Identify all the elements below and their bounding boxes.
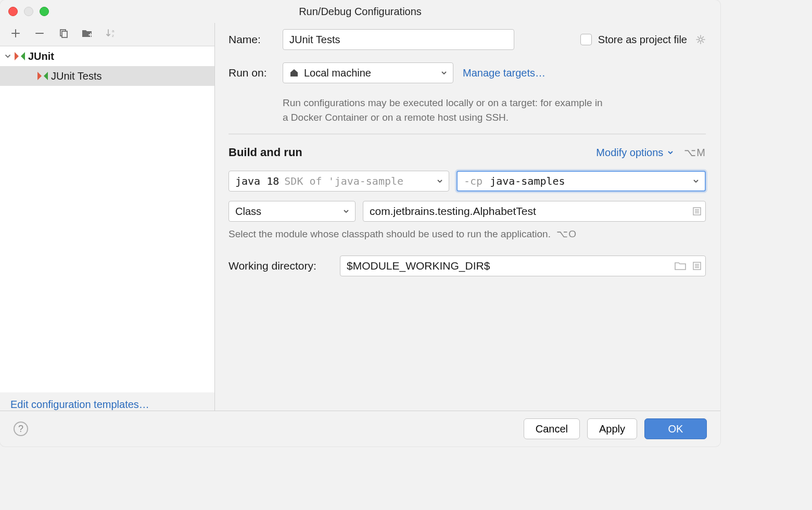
config-tree: JUnit JUnit Tests (0, 46, 214, 392)
manage-targets-link[interactable]: Manage targets… (463, 67, 545, 79)
tree-node-junit-tests[interactable]: JUnit Tests (0, 66, 214, 86)
build-run-section-title: Build and run (229, 146, 302, 159)
test-kind-dropdown[interactable]: Class (229, 201, 356, 222)
store-as-project-file-checkbox[interactable] (580, 34, 592, 45)
class-input[interactable] (363, 201, 706, 222)
jre-dropdown[interactable]: java 18 SDK of 'java-sample (229, 171, 449, 192)
ok-button[interactable]: OK (644, 418, 707, 439)
chevron-down-icon (692, 177, 700, 185)
sidebar-toolbar: az (0, 23, 214, 46)
run-on-value: Local machine (304, 67, 371, 79)
gear-icon[interactable] (695, 34, 706, 45)
jre-value: java 18 (235, 175, 279, 187)
cancel-button[interactable]: Cancel (524, 418, 580, 439)
name-label: Name: (229, 33, 283, 46)
sidebar: az JUnit JUnit Tests Edit configuration … (0, 23, 215, 411)
modify-options-shortcut: ⌥M (684, 146, 706, 159)
sort-az-button[interactable]: az (105, 27, 118, 40)
module-hint: Select the module whose classpath should… (229, 228, 706, 240)
chevron-down-icon (4, 53, 11, 59)
expand-field-icon[interactable] (692, 207, 702, 216)
apply-button[interactable]: Apply (587, 418, 637, 439)
section-divider (229, 134, 706, 134)
remove-config-button[interactable] (33, 27, 46, 40)
tree-node-label: JUnit Tests (51, 70, 102, 82)
module-hint-shortcut: ⌥O (556, 228, 577, 239)
expand-field-icon[interactable] (692, 261, 702, 271)
chevron-down-icon (342, 208, 350, 215)
chevron-down-icon (667, 149, 674, 156)
modify-options-link[interactable]: Modify options ⌥M (596, 146, 706, 159)
svg-text:z: z (112, 33, 114, 38)
add-config-button[interactable] (9, 27, 22, 40)
main-panel: Name: Store as project file Run on: Loca (215, 23, 720, 411)
run-on-label: Run on: (229, 67, 283, 79)
classpath-prefix: -cp (464, 175, 483, 187)
junit-icon (15, 52, 25, 61)
home-icon (289, 68, 299, 78)
titlebar: Run/Debug Configurations (0, 0, 720, 23)
jre-suffix: SDK of 'java-sample (284, 175, 403, 187)
working-directory-label: Working directory: (229, 260, 340, 272)
dialog-footer: ? Cancel Apply OK (0, 411, 720, 447)
save-config-template-button[interactable] (81, 27, 94, 40)
copy-config-button[interactable] (57, 27, 70, 40)
classpath-value: java-samples (490, 175, 565, 187)
chevron-down-icon (440, 69, 448, 76)
browse-folder-icon[interactable] (675, 261, 686, 271)
classpath-dropdown[interactable]: -cp java-samples (456, 171, 706, 192)
chevron-down-icon (436, 177, 443, 185)
edit-templates-link[interactable]: Edit configuration templates… (10, 399, 149, 410)
tree-node-junit[interactable]: JUnit (0, 46, 214, 66)
help-button[interactable]: ? (14, 422, 28, 436)
store-as-project-file-label: Store as project file (598, 34, 687, 46)
working-directory-input[interactable] (340, 256, 706, 276)
modify-options-label: Modify options (596, 147, 663, 159)
run-on-dropdown[interactable]: Local machine (283, 62, 453, 83)
module-hint-text: Select the module whose classpath should… (229, 228, 551, 239)
svg-rect-1 (62, 31, 67, 37)
window-title: Run/Debug Configurations (8, 6, 712, 18)
test-kind-value: Class (235, 206, 261, 218)
run-on-hint: Run configurations may be executed local… (283, 96, 605, 124)
tree-node-label: JUnit (28, 50, 54, 62)
svg-text:a: a (112, 29, 115, 33)
svg-point-4 (699, 38, 702, 41)
junit-icon (37, 71, 48, 81)
name-input[interactable] (283, 29, 514, 50)
